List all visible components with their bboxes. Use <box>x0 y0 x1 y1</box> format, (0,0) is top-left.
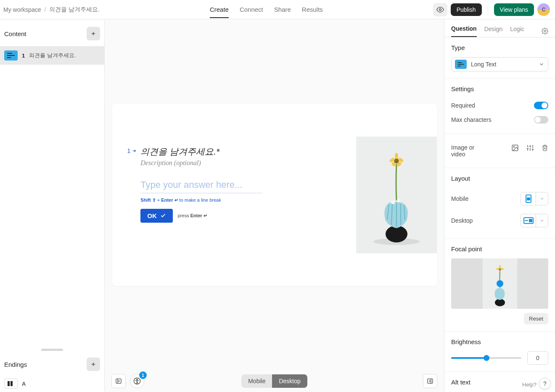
svg-point-0 <box>439 8 441 11</box>
long-text-icon <box>4 50 18 61</box>
image-video-label: Image or video <box>451 144 485 158</box>
adjust-button[interactable] <box>526 144 534 152</box>
viewport-mobile[interactable]: Mobile <box>241 374 272 388</box>
left-sidebar: Content 1 의견을 남겨주세요. Endings <box>0 19 105 392</box>
ending-letter: A <box>22 381 26 387</box>
canvas-area: 1 의견을 남겨주세요.* Description (optional) Shi… <box>105 19 444 392</box>
nav-create[interactable]: Create <box>210 1 229 18</box>
svg-rect-30 <box>458 64 464 65</box>
breadcrumb-separator: / <box>44 6 46 13</box>
focal-point-editor[interactable] <box>451 258 548 309</box>
accessibility-icon <box>133 377 141 385</box>
brightness-slider[interactable] <box>451 357 521 359</box>
tab-question[interactable]: Question <box>451 25 477 37</box>
svg-point-14 <box>391 200 395 204</box>
brightness-value[interactable]: 0 <box>527 351 548 365</box>
image-button[interactable] <box>511 144 519 152</box>
layout-section: Layout Mobile Desktop <box>444 168 555 239</box>
nav-results[interactable]: Results <box>302 1 323 18</box>
viewport-desktop[interactable]: Desktop <box>272 374 307 388</box>
publish-button[interactable]: Publish <box>451 3 482 16</box>
image-video-section: Image or video <box>444 134 555 168</box>
type-label: Type <box>451 44 548 51</box>
eye-icon <box>436 6 444 13</box>
type-select[interactable]: Long Text <box>451 57 548 71</box>
top-buttons: Publish View plans C <box>433 3 550 16</box>
layout-desktop-select[interactable] <box>521 214 548 227</box>
nav-connect[interactable]: Connect <box>240 1 263 18</box>
content-list: 1 의견을 남겨주세요. <box>0 46 104 346</box>
resize-handle[interactable] <box>41 349 63 351</box>
viewport-toggle: Mobile Desktop <box>241 374 307 388</box>
svg-point-33 <box>513 146 514 147</box>
panel-settings-button[interactable] <box>542 28 548 34</box>
press-enter-hint: press Enter ↵ <box>178 213 207 218</box>
help-label[interactable]: Help? <box>522 381 536 388</box>
line-break-hint: Shift ⇧ + Enter ↵ to make a line break <box>140 197 262 203</box>
panel-tabs: Question Design Logic <box>444 19 555 37</box>
panel-right-icon <box>427 378 433 384</box>
collapse-right-button[interactable] <box>423 374 437 388</box>
right-panel: Question Design Logic Type Long Text Set… <box>444 19 555 392</box>
plus-icon <box>90 31 96 37</box>
layout-mobile-select[interactable] <box>521 192 548 205</box>
help-button[interactable]: ? <box>539 378 551 389</box>
ending-icon <box>4 379 18 389</box>
delete-image-button[interactable] <box>542 144 548 152</box>
svg-point-28 <box>544 30 546 32</box>
add-ending-button[interactable] <box>87 358 100 371</box>
question-text[interactable]: 의견을 남겨주세요.* <box>140 146 262 158</box>
tab-design[interactable]: Design <box>484 26 503 37</box>
layout-desktop-label: Desktop <box>451 217 473 224</box>
view-plans-button[interactable]: View plans <box>494 3 534 16</box>
sliders-icon <box>526 144 534 152</box>
question-list-item[interactable]: 1 의견을 남겨주세요. <box>0 46 104 65</box>
maxchars-toggle[interactable] <box>534 116 548 124</box>
focal-point-section: Focal point Reset <box>444 239 555 331</box>
required-label: Required <box>451 102 475 109</box>
focal-point-handle[interactable] <box>497 280 503 287</box>
type-section: Type Long Text <box>444 37 555 79</box>
alt-text-section: Alt text <box>444 372 555 388</box>
content-title: Content <box>4 30 26 37</box>
breadcrumb-workspace[interactable]: My workspace <box>3 6 41 13</box>
gear-icon <box>542 28 548 34</box>
chevron-down-icon <box>539 218 544 223</box>
top-bar: My workspace / 의견을 남겨주세요. Create Connect… <box>0 0 555 19</box>
svg-point-48 <box>499 265 501 268</box>
breadcrumb-form-title[interactable]: 의견을 남겨주세요. <box>49 6 100 13</box>
svg-point-46 <box>496 268 500 270</box>
check-icon <box>160 213 166 218</box>
maxchars-label: Max characters <box>451 116 492 123</box>
svg-point-25 <box>137 379 137 380</box>
svg-rect-31 <box>458 66 461 66</box>
svg-rect-5 <box>7 57 11 58</box>
preview-button[interactable] <box>433 3 447 16</box>
settings-section: Settings Required Max characters <box>444 79 555 134</box>
answer-input[interactable] <box>140 179 262 193</box>
required-mark: * <box>216 147 219 156</box>
avatar[interactable]: C <box>537 3 550 16</box>
chevron-down-icon <box>539 61 544 67</box>
layout-mobile-label: Mobile <box>451 195 468 202</box>
ok-button[interactable]: OK <box>140 209 173 223</box>
collapse-left-button[interactable] <box>111 374 126 388</box>
reset-button[interactable]: Reset <box>524 313 548 324</box>
add-content-button[interactable] <box>87 27 100 40</box>
svg-rect-4 <box>7 55 15 56</box>
question-index: 1 <box>127 146 137 154</box>
nav-share[interactable]: Share <box>274 1 291 18</box>
question-description[interactable]: Description (optional) <box>140 159 262 167</box>
chevron-down-icon <box>539 196 544 201</box>
settings-label: Settings <box>451 85 548 92</box>
flower-image <box>356 137 437 253</box>
slider-handle[interactable] <box>484 355 489 361</box>
breadcrumb: My workspace / 의견을 남겨주세요. <box>3 6 100 13</box>
focal-point-label: Focal point <box>451 245 548 253</box>
question-image[interactable] <box>356 104 437 286</box>
ending-list-item[interactable]: A <box>0 375 104 392</box>
layout-label: Layout <box>451 175 548 182</box>
image-icon <box>511 144 519 152</box>
required-toggle[interactable] <box>534 102 548 109</box>
tab-logic[interactable]: Logic <box>510 26 524 37</box>
